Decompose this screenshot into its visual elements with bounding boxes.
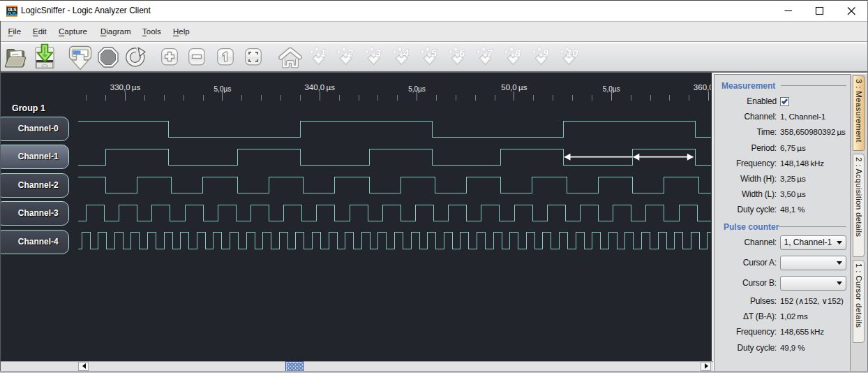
svg-text:5,0µs: 5,0µs	[408, 85, 426, 93]
svg-text:360,0 µs: 360,0 µs	[694, 84, 711, 92]
svg-text:10: 10	[567, 47, 578, 59]
svg-text:5: 5	[431, 47, 437, 59]
svg-text:1: 1	[320, 47, 325, 59]
svg-text:6: 6	[459, 47, 465, 59]
svg-text:3: 3	[375, 47, 382, 59]
svg-text:340,0 µs: 340,0 µs	[304, 84, 335, 92]
svg-text:9: 9	[543, 47, 549, 59]
svg-text:330,0 µs: 330,0 µs	[110, 84, 141, 92]
svg-text:7: 7	[487, 47, 493, 59]
svg-text:5,0µs: 5,0µs	[603, 85, 620, 93]
svg-text:2: 2	[347, 47, 354, 59]
svg-text:50,0 µs: 50,0 µs	[501, 84, 527, 92]
svg-text:4: 4	[403, 47, 410, 59]
svg-text:8: 8	[515, 47, 521, 59]
svg-text:5,0µs: 5,0µs	[214, 85, 232, 93]
